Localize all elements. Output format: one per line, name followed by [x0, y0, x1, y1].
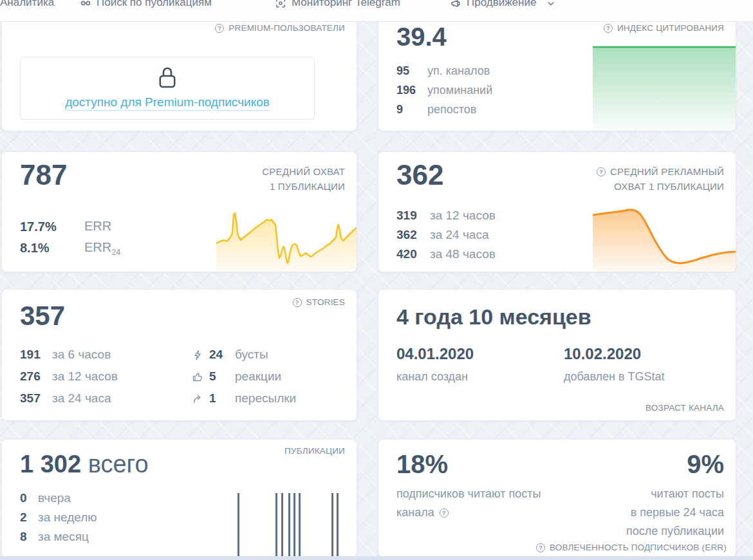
premium-locked-box: доступно для Premium-подписчиков: [20, 57, 315, 120]
ad-reach-stats: 319 за 12 часов 362 за 24 часа 420 за 48…: [396, 206, 496, 264]
help-icon[interactable]: ?: [293, 298, 302, 307]
channel-added-label: добавлен в TGStat: [564, 370, 665, 384]
channel-age-card: 4 года 10 месяцев 04.01.2020 канал созда…: [378, 289, 736, 421]
stories-card: 357 ? STORIES 191 за 6 часов 276 за 12 ч…: [1, 289, 357, 421]
avg-ad-reach-value: 362: [396, 160, 443, 191]
stat-value: 276: [20, 369, 52, 384]
stat-value: 357: [20, 391, 52, 406]
chevron-down-icon: [547, 0, 555, 7]
stat-row: 95 уп. каналов: [396, 61, 492, 80]
err-card: 18% 9% подписчиков читают посты канала ?…: [378, 439, 736, 557]
card-title-text: ВОВЛЕЧЕННОСТЬ ПОДПИСЧИКОВ (ERR): [550, 543, 727, 552]
err-caption-line: в первые 24 часа: [626, 503, 724, 522]
channel-created-label: канал создан: [396, 370, 474, 384]
stat-value: 95: [396, 64, 427, 78]
help-icon[interactable]: ?: [604, 24, 613, 33]
avg-ad-reach-card: 362 ? СРЕДНИЙ РЕКЛАМНЫЙ ОХВАТ 1 ПУБЛИКАЦ…: [378, 151, 736, 272]
stories-stats: 191 за 6 часов 276 за 12 часов 357 за 24…: [20, 344, 118, 409]
card-title-line2: ОХВАТ 1 ПУБЛИКАЦИИ: [614, 180, 724, 193]
stat-value: 24: [209, 348, 228, 362]
stat-value: 362: [396, 228, 430, 242]
channel-created-date: 04.01.2020: [396, 345, 474, 363]
stat-row: 17.7% ERR: [20, 216, 120, 238]
citation-sparkline-chart: [593, 46, 736, 131]
card-title-text: PREMIUM-ПОЛЬЗОВАТЕЛИ: [228, 23, 345, 33]
nav-item-monitoring[interactable]: Мониторинг Telegram: [275, 0, 400, 10]
err-caption-right: читают посты в первые 24 часа после публ…: [626, 485, 724, 541]
stat-label: за 24 часа: [430, 228, 489, 242]
stat-label: за 48 часов: [430, 247, 496, 261]
ad-reach-sparkline-chart: [593, 205, 736, 272]
link-icon: [80, 0, 91, 8]
citation-index-card: 39.4 ? ИНДЕКС ЦИТИРОВАНИЯ 95 уп. каналов…: [378, 17, 736, 131]
monitor-icon: [275, 0, 286, 8]
err-caption-line: подписчиков читают посты: [396, 485, 541, 503]
stat-label: бусты: [235, 348, 268, 362]
stat-value: 8.1%: [20, 241, 84, 256]
bolt-icon: [192, 350, 203, 360]
stat-value: 5: [209, 369, 228, 384]
err-value: 18%: [396, 449, 448, 480]
err-caption-left: подписчиков читают посты канала ?: [396, 485, 541, 522]
top-nav: Аналитика Поиск по публикациям Мониторин…: [0, 0, 753, 22]
stat-label: за 12 часов: [52, 369, 118, 384]
stat-row: 24 бусты: [192, 344, 296, 366]
err-caption-line: читают посты: [626, 485, 724, 503]
reach-sparkline-chart: [216, 205, 357, 272]
premium-subscribe-link[interactable]: доступно для Premium-подписчиков: [65, 95, 270, 111]
help-icon[interactable]: ?: [440, 509, 449, 518]
stat-row: 191 за 6 часов: [20, 344, 118, 366]
publications-card: 1 302 всего ПУБЛИКАЦИИ 0 вчера 2 за неде…: [1, 439, 357, 557]
stories-engagement-stats: 24 бусты 5 реакции: [192, 344, 296, 409]
stat-row: 357 за 24 часа: [20, 387, 118, 409]
nav-label: Поиск по публикациям: [97, 0, 212, 10]
stat-value: 319: [396, 209, 430, 223]
stat-row: 8.1% ERR24: [20, 238, 120, 259]
err-caption-line: после публикации: [626, 522, 724, 541]
stat-label: за 6 часов: [52, 348, 111, 362]
card-title: ВОЗРАСТ КАНАЛА: [646, 403, 724, 413]
nav-label: Аналитика: [0, 0, 54, 10]
stat-value: 420: [396, 247, 430, 261]
nav-item-analytics[interactable]: Аналитика: [0, 0, 54, 10]
stat-row: 9 репостов: [396, 100, 492, 119]
stat-label: пересылки: [235, 391, 296, 406]
stat-row: 362 за 24 часа: [396, 225, 496, 245]
help-icon[interactable]: ?: [536, 543, 545, 552]
publications-bar-chart: [2, 440, 357, 557]
stat-label: ERR24: [84, 240, 120, 257]
nav-item-promotion[interactable]: Продвижение: [451, 0, 555, 10]
page-bottom-strip: [0, 556, 753, 560]
reach-err-stats: 17.7% ERR 8.1% ERR24: [20, 216, 120, 259]
forward-icon: [192, 393, 203, 404]
stat-label: репостов: [427, 103, 476, 117]
stat-row: 1 пересылки: [192, 387, 296, 409]
card-title-line2: 1 ПУБЛИКАЦИИ: [270, 180, 345, 193]
premium-users-card: ? PREMIUM-ПОЛЬЗОВАТЕЛИ доступно для Prem…: [1, 17, 357, 131]
card-title-text: STORIES: [306, 297, 345, 307]
citation-index-value: 39.4: [396, 23, 447, 51]
card-title: ? ИНДЕКС ЦИТИРОВАНИЯ: [604, 23, 724, 33]
stat-value: 191: [20, 348, 52, 362]
stat-row: 420 за 48 часов: [396, 245, 496, 264]
help-icon[interactable]: ?: [597, 167, 606, 176]
channel-age-value: 4 года 10 месяцев: [396, 304, 591, 330]
help-icon[interactable]: ?: [215, 24, 224, 33]
card-title: ? PREMIUM-ПОЛЬЗОВАТЕЛИ: [215, 23, 345, 33]
stat-value: 196: [396, 84, 427, 97]
card-title: СРЕДНИЙ ОХВАТ 1 ПУБЛИКАЦИИ: [262, 165, 345, 193]
stat-label: ERR: [84, 219, 111, 236]
stat-row: 196 упоминаний: [396, 80, 492, 100]
lock-icon: [158, 66, 177, 89]
stat-label: за 24 часа: [52, 391, 111, 406]
card-title: ? СРЕДНИЙ РЕКЛАМНЫЙ ОХВАТ 1 ПУБЛИКАЦИИ: [597, 165, 724, 193]
stat-value: 9: [396, 103, 427, 117]
err24-value: 9%: [687, 449, 724, 480]
card-title: ? STORIES: [293, 297, 345, 307]
nav-label: Мониторинг Telegram: [292, 0, 400, 10]
card-title-text: ВОЗРАСТ КАНАЛА: [646, 403, 724, 413]
avg-reach-card: 787 СРЕДНИЙ ОХВАТ 1 ПУБЛИКАЦИИ 17.7% ERR…: [1, 151, 357, 272]
nav-item-post-search[interactable]: Поиск по публикациям: [80, 0, 212, 10]
card-title-line1: СРЕДНИЙ ОХВАТ: [262, 165, 345, 178]
tgstat-channel-dashboard: Аналитика Поиск по публикациям Мониторин…: [0, 0, 753, 560]
